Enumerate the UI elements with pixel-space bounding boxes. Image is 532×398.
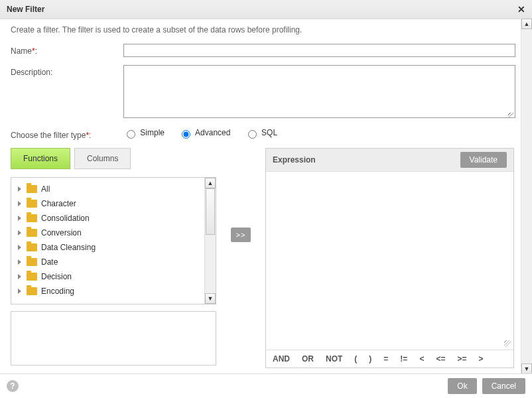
builder-mid: >> — [230, 148, 252, 368]
tab-functions[interactable]: Functions — [11, 148, 70, 169]
filter-type-advanced[interactable]: Advanced — [178, 128, 230, 137]
expand-icon[interactable] — [18, 216, 21, 221]
op-lparen[interactable]: ( — [354, 354, 357, 364]
operator-row: AND OR NOT ( ) = != < <= >= > — [266, 350, 513, 367]
builder-right: Expression Validate AND OR NOT ( ) — [265, 148, 514, 368]
dialog-scrollbar[interactable]: ▲ ▼ — [521, 19, 532, 374]
function-tree[interactable]: All Character Consolidation Conversion D… — [11, 178, 204, 304]
cancel-button[interactable]: Cancel — [482, 378, 525, 394]
dialog-content: Create a filter. The filter is used to c… — [0, 19, 532, 374]
tree-item-all[interactable]: All — [14, 182, 202, 196]
new-filter-dialog: New Filter ✕ Create a filter. The filter… — [0, 0, 532, 398]
expand-icon[interactable] — [18, 186, 21, 192]
dialog-titlebar: New Filter ✕ — [0, 0, 532, 19]
folder-icon — [27, 200, 37, 208]
expression-title: Expression — [273, 155, 316, 165]
expand-icon[interactable] — [18, 274, 21, 279]
op-eq[interactable]: = — [383, 354, 388, 364]
expand-icon[interactable] — [18, 259, 21, 265]
insert-button[interactable]: >> — [231, 228, 251, 242]
tree-item-consolidation[interactable]: Consolidation — [14, 211, 202, 226]
validate-button[interactable]: Validate — [460, 152, 507, 168]
op-le[interactable]: <= — [436, 354, 445, 364]
help-icon[interactable]: ? — [7, 380, 19, 392]
expand-icon[interactable] — [18, 201, 21, 206]
resize-grip-icon[interactable] — [504, 340, 511, 347]
filter-type-label: Choose the filter type*: — [11, 128, 123, 140]
name-label: Name*: — [11, 44, 123, 56]
expand-icon[interactable] — [18, 230, 21, 235]
filter-type-options: Simple Advanced SQL — [123, 128, 289, 139]
folder-icon — [27, 273, 37, 281]
tree-item-decision[interactable]: Decision — [14, 269, 202, 284]
folder-icon — [27, 214, 37, 222]
scroll-down-icon[interactable]: ▼ — [521, 364, 532, 374]
description-row: Description: — [11, 65, 518, 120]
op-rparen[interactable]: ) — [369, 354, 371, 364]
tab-columns[interactable]: Columns — [74, 148, 131, 169]
function-tree-panel: All Character Consolidation Conversion D… — [11, 177, 216, 304]
folder-icon — [27, 185, 37, 193]
op-ne[interactable]: != — [400, 354, 407, 364]
folder-icon — [27, 243, 37, 251]
scroll-thumb[interactable] — [206, 188, 215, 235]
expression-editor[interactable] — [266, 172, 513, 350]
folder-icon — [27, 287, 37, 295]
description-input[interactable] — [123, 65, 515, 118]
name-input[interactable] — [123, 44, 515, 57]
op-not[interactable]: NOT — [326, 354, 342, 364]
tree-item-encoding[interactable]: Encoding — [14, 284, 202, 298]
folder-icon — [27, 258, 37, 266]
tree-item-date[interactable]: Date — [14, 255, 202, 269]
filter-type-simple[interactable]: Simple — [123, 128, 165, 137]
scroll-up-icon[interactable]: ▲ — [521, 19, 532, 29]
function-detail-panel — [11, 311, 216, 365]
builder-left: Functions Columns All Character Consolid… — [11, 148, 216, 368]
folder-icon — [27, 229, 37, 237]
dialog-title: New Filter — [7, 5, 44, 14]
op-gt[interactable]: > — [478, 354, 483, 364]
filter-type-row: Choose the filter type*: Simple Advanced… — [11, 128, 518, 140]
expression-panel: Expression Validate AND OR NOT ( ) — [265, 148, 514, 368]
tree-item-character[interactable]: Character — [14, 196, 202, 211]
op-lt[interactable]: < — [419, 354, 424, 364]
tree-item-conversion[interactable]: Conversion — [14, 226, 202, 240]
tree-item-data-cleansing[interactable]: Data Cleansing — [14, 240, 202, 255]
tree-scrollbar[interactable]: ▲ ▼ — [204, 178, 216, 304]
intro-text: Create a filter. The filter is used to c… — [11, 25, 518, 34]
scroll-down-icon[interactable]: ▼ — [205, 293, 216, 304]
close-icon[interactable]: ✕ — [517, 4, 525, 15]
scroll-up-icon[interactable]: ▲ — [205, 178, 216, 188]
description-label: Description: — [11, 65, 123, 77]
expression-builder: Functions Columns All Character Consolid… — [11, 148, 518, 368]
builder-tabs: Functions Columns — [11, 148, 216, 169]
op-and[interactable]: AND — [273, 354, 290, 364]
expression-header: Expression Validate — [266, 149, 513, 172]
op-ge[interactable]: >= — [457, 354, 466, 364]
expand-icon[interactable] — [18, 245, 21, 250]
dialog-footer: ? Ok Cancel — [0, 373, 532, 398]
name-row: Name*: — [11, 44, 518, 57]
op-or[interactable]: OR — [302, 354, 314, 364]
form-area: Create a filter. The filter is used to c… — [0, 19, 521, 374]
ok-button[interactable]: Ok — [448, 378, 476, 394]
filter-type-sql[interactable]: SQL — [245, 128, 277, 137]
expand-icon[interactable] — [18, 289, 21, 294]
